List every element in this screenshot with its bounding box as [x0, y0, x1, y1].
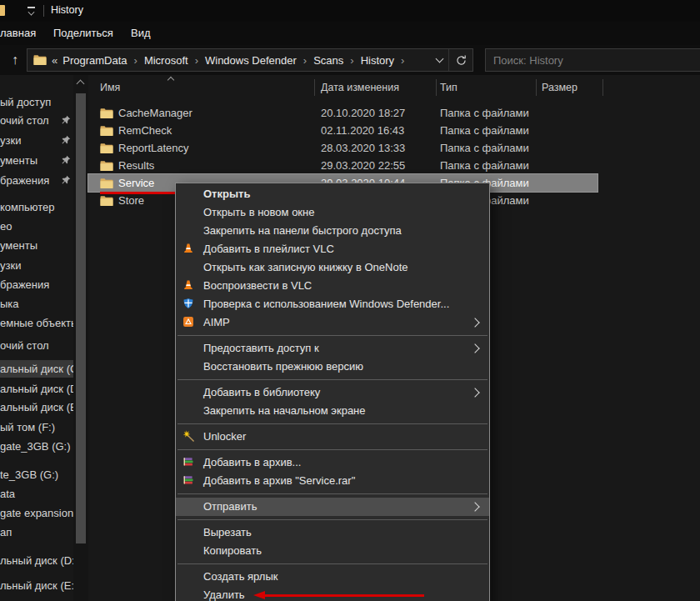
defender-icon [182, 298, 196, 311]
address-dropdown-icon[interactable] [430, 49, 448, 71]
file-date-modified: 20.10.2020 18:27 [321, 104, 405, 122]
column-separator[interactable] [436, 79, 437, 96]
menu-item-pin-to-start[interactable]: Закрепить на начальном экране [176, 402, 489, 420]
sidebar-item[interactable]: ata [0, 485, 73, 503]
menu-item-add-to-library[interactable]: Добавить в библиотеку [176, 383, 489, 402]
menu-item-unlocker[interactable]: Unlocker [176, 428, 489, 446]
breadcrumb-item[interactable]: History [361, 54, 394, 67]
sidebar-item[interactable]: альный диск (C: [0, 360, 73, 378]
sidebar-item[interactable]: ументы [0, 237, 73, 254]
menu-item-label: Воспроизвести в VLC [203, 279, 312, 292]
menu-item-winrar-add-named[interactable]: Добавить в архив "Service.rar" [176, 472, 489, 490]
sidebar-item-label: gate_3GB (G:) [0, 440, 71, 453]
menu-item-create-shortcut[interactable]: Создать ярлык [176, 568, 489, 586]
column-separator[interactable] [602, 79, 603, 96]
menu-separator [178, 335, 488, 336]
scrollbar-thumb[interactable] [76, 93, 86, 543]
menu-item-winrar-add[interactable]: Добавить в архив... [176, 453, 489, 472]
sidebar-item[interactable]: ументы [0, 152, 73, 169]
sidebar-item[interactable]: емные объекть [0, 314, 73, 332]
ribbon-tab[interactable]: Поделиться [53, 27, 113, 39]
sidebar-item[interactable]: ео [0, 218, 73, 235]
sidebar-item[interactable]: ый том (F:) [0, 418, 73, 436]
sidebar-item[interactable]: альный диск (D: [0, 380, 73, 398]
menu-item-label: Удалить [203, 588, 245, 601]
ribbon-tab[interactable]: Вид [131, 27, 151, 39]
breadcrumb-collapse-chevrons[interactable]: « [52, 54, 58, 67]
column-header[interactable]: Тип [440, 82, 458, 93]
menu-item-vlc-add-playlist[interactable]: Добавить в плейлист VLC [176, 240, 489, 258]
breadcrumb-item[interactable]: Scans [313, 54, 343, 67]
winrar-icon [182, 474, 196, 488]
sidebar-item-label: ументы [0, 154, 38, 167]
address-bar[interactable]: « ProgramData›Microsoft›Windows Defender… [27, 48, 473, 72]
menu-item-delete[interactable]: Удалить [176, 586, 489, 601]
menu-separator [178, 379, 488, 380]
column-header[interactable]: Имя [100, 82, 120, 93]
file-row-results[interactable]: Results29.03.2020 22:55Папка с файлами [88, 157, 700, 174]
sidebar-item[interactable]: ап [0, 523, 73, 541]
sidebar-item[interactable]: ыка [0, 295, 73, 313]
sidebar-item[interactable]: бражения [0, 276, 73, 293]
sidebar-item[interactable]: очий стол [0, 112, 73, 129]
menu-item-cut[interactable]: Вырезать [176, 523, 489, 542]
sidebar-item-label: бражения [0, 278, 49, 291]
breadcrumb-chevron-icon[interactable]: › [401, 54, 404, 67]
sidebar-item[interactable]: gate expansion d [0, 504, 73, 522]
sidebar-item[interactable]: компьютер [0, 198, 73, 216]
quick-access-toolbar-dropdown-icon[interactable] [27, 7, 37, 15]
sidebar-item[interactable]: очий стол [0, 337, 73, 354]
menu-item-defender-scan[interactable]: Проверка с использованием Windows Defend… [176, 295, 489, 313]
menu-item-vlc-play[interactable]: Воспроизвести в VLC [176, 277, 489, 295]
sidebar-item[interactable]: ый доступ [0, 93, 73, 111]
folder-icon [100, 195, 113, 207]
sidebar-item-label: альный диск (E: [0, 401, 80, 413]
breadcrumb-item[interactable]: ProgramData [62, 54, 127, 67]
sidebar-item[interactable]: gate_3GB (G:) [0, 438, 73, 455]
menu-item-restore-previous[interactable]: Восстановить прежнюю версию [176, 358, 489, 376]
up-button[interactable]: ↑ [5, 50, 25, 70]
breadcrumb-chevron-icon[interactable]: › [195, 54, 198, 67]
menu-item-copy[interactable]: Копировать [176, 542, 489, 560]
sidebar-item[interactable]: te_3GB (G:) [0, 466, 73, 483]
sidebar-item[interactable]: узки [0, 132, 73, 149]
menu-item-label: Открыть [203, 188, 250, 200]
menu-item-send-to[interactable]: Отправить [176, 498, 489, 516]
file-row-cachemanager[interactable]: CacheManager20.10.2020 18:27Папка с файл… [88, 104, 700, 122]
scrollbar-up-icon[interactable] [73, 75, 88, 89]
sidebar-item[interactable]: альный диск (E: [0, 398, 73, 416]
menu-item-grant-access[interactable]: Предоставить доступ к [176, 339, 489, 358]
menu-item-open[interactable]: Открыть [176, 185, 489, 203]
menu-item-pin-quick-access[interactable]: Закрепить на панели быстрого доступа [176, 222, 489, 240]
file-row-reportlatency[interactable]: ReportLatency28.03.2020 13:33Папка с фай… [88, 139, 700, 157]
file-type: Папка с файлами [440, 139, 529, 157]
menu-item-onenote-open[interactable]: Открыть как записную книжку в OneNote [176, 258, 489, 277]
breadcrumb-item[interactable]: Microsoft [144, 54, 188, 67]
menu-item-aimp[interactable]: AIMP [176, 313, 489, 332]
column-headers: ИмяДата измененияТипРазмер [88, 75, 700, 100]
sidebar-scrollbar[interactable] [73, 75, 88, 601]
column-header[interactable]: Размер [542, 82, 578, 93]
sidebar-item[interactable]: льный диск (D:) [0, 552, 73, 569]
folder-icon [100, 178, 113, 189]
column-separator[interactable] [536, 79, 537, 96]
column-separator[interactable] [314, 79, 315, 96]
breadcrumb-chevron-icon[interactable]: › [303, 54, 307, 67]
sidebar-item[interactable]: бражения [0, 172, 73, 189]
refresh-icon[interactable] [448, 49, 472, 71]
pin-icon [61, 135, 71, 145]
sidebar-item-label: ео [0, 220, 12, 233]
menu-separator [178, 563, 488, 564]
sidebar-item[interactable]: узки [0, 257, 73, 274]
breadcrumb-chevron-icon[interactable]: › [350, 54, 353, 67]
search-input[interactable]: Поиск: History [485, 48, 700, 72]
ribbon-tab[interactable]: лавная [0, 27, 36, 39]
pin-icon [61, 115, 71, 125]
column-header[interactable]: Дата изменения [321, 82, 399, 93]
sidebar-item[interactable]: льный диск (E:) [0, 577, 73, 594]
menu-item-label: Восстановить прежнюю версию [203, 360, 363, 373]
breadcrumb-item[interactable]: Windows Defender [205, 54, 297, 67]
file-row-remcheck[interactable]: RemCheck02.11.2020 16:43Папка с файлами [88, 122, 700, 139]
menu-item-open-new-window[interactable]: Открыть в новом окне [176, 203, 489, 222]
breadcrumb-chevron-icon[interactable]: › [134, 54, 138, 67]
